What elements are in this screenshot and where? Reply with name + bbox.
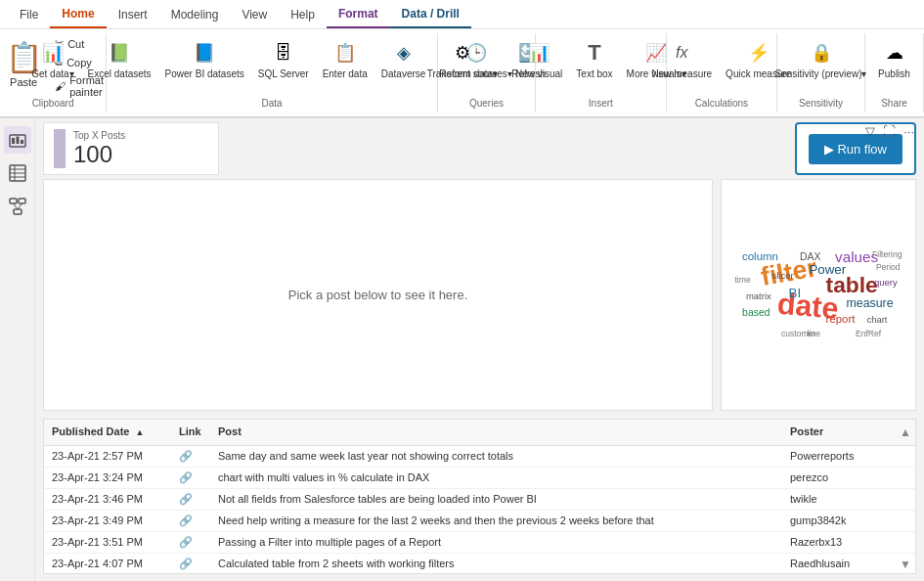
cell-link[interactable]: 🔗: [171, 514, 210, 527]
col-header-post: Post: [210, 425, 782, 439]
tab-datadrill[interactable]: Data / Drill: [390, 1, 471, 28]
word-cloud-svg: filter table date values measure Power r…: [726, 184, 911, 406]
tab-view[interactable]: View: [230, 2, 279, 27]
quick-measure-icon: ⚡: [745, 39, 772, 67]
sort-icon-date: ▲: [136, 427, 145, 437]
svg-text:time: time: [735, 275, 751, 285]
svg-rect-10: [19, 199, 25, 203]
card-swatch: [54, 129, 66, 168]
scroll-down-icon[interactable]: ▼: [900, 558, 911, 571]
sql-icon: 🗄: [270, 39, 297, 67]
text-box-button[interactable]: T Text box: [570, 35, 618, 83]
svg-text:query: query: [874, 277, 898, 288]
cell-post: Not all fields from Salesforce tables ar…: [210, 493, 782, 506]
tab-format[interactable]: Format: [327, 1, 390, 28]
visual-toolbar: ▽ ⛶ ···: [863, 122, 916, 141]
sidebar-item-report[interactable]: [4, 126, 31, 154]
get-data-button[interactable]: 📊 Get data▾: [25, 35, 79, 83]
publish-button[interactable]: ☁ Publish: [872, 35, 916, 83]
svg-line-12: [13, 203, 18, 209]
sensitivity-button[interactable]: 🔒 Sensitivity (preview)▾: [770, 35, 873, 83]
col-header-date[interactable]: Published Date ▲: [44, 425, 171, 439]
sidebar-item-data[interactable]: [4, 159, 31, 187]
table-row[interactable]: 23-Apr-21 3:49 PM 🔗 Need help writing a …: [44, 511, 915, 532]
table-row[interactable]: 23-Apr-21 3:51 PM 🔗 Passing a Filter int…: [44, 532, 915, 554]
tab-file[interactable]: File: [8, 2, 50, 27]
enter-data-icon: 📋: [331, 39, 359, 67]
cell-link[interactable]: 🔗: [171, 536, 210, 549]
top-x-card: Top X Posts 100: [43, 122, 219, 175]
sidebar-item-model[interactable]: [4, 193, 31, 220]
scroll-up-icon[interactable]: ▲: [900, 425, 911, 439]
more-options-icon[interactable]: ···: [902, 122, 916, 141]
svg-rect-3: [21, 140, 23, 144]
new-measure-button[interactable]: fx New measure: [645, 35, 718, 83]
cell-link[interactable]: 🔗: [171, 493, 210, 506]
cell-date: 23-Apr-21 3:46 PM: [44, 493, 171, 506]
scroll-col-header: ▲: [900, 425, 915, 439]
text-box-label: Text box: [576, 68, 612, 79]
tab-home[interactable]: Home: [50, 1, 106, 28]
calculations-group-label: Calculations: [667, 98, 776, 109]
svg-text:report: report: [826, 313, 857, 325]
dataverse-label: Dataverse: [381, 68, 426, 79]
text-box-icon: T: [581, 39, 608, 67]
cell-date: 23-Apr-21 2:57 PM: [44, 450, 171, 463]
table-body: 23-Apr-21 2:57 PM 🔗 Same day and same we…: [44, 446, 915, 573]
col-header-poster: Poster: [782, 425, 900, 439]
clipboard-group-label: Clipboard: [0, 98, 106, 109]
cell-link[interactable]: 🔗: [171, 471, 210, 484]
table-row[interactable]: 23-Apr-21 4:07 PM 🔗 Calculated table fro…: [44, 554, 915, 573]
enter-data-label: Enter data: [323, 68, 368, 79]
get-data-label: Get data▾: [31, 68, 73, 79]
card-value: 100: [73, 141, 125, 168]
queries-group-label: Queries: [438, 98, 535, 109]
get-data-icon: 📊: [39, 39, 66, 67]
svg-text:BI: BI: [789, 286, 802, 300]
cell-link[interactable]: 🔗: [171, 558, 210, 571]
transform-data-button[interactable]: ⚙ Transform data▾: [421, 35, 504, 83]
table-row[interactable]: 23-Apr-21 3:46 PM 🔗 Not all fields from …: [44, 489, 915, 511]
dataverse-icon: ◈: [390, 39, 418, 67]
sql-server-button[interactable]: 🗄 SQL Server: [252, 35, 315, 83]
data-table: Published Date ▲ Link Post Poster ▲: [43, 419, 916, 574]
filter-icon[interactable]: ▽: [863, 122, 877, 141]
cell-poster: twikle: [782, 493, 900, 506]
new-visual-label: New visual: [515, 68, 562, 79]
cell-poster: perezco: [782, 471, 900, 484]
transform-label: Transform data▾: [427, 68, 498, 79]
enter-data-button[interactable]: 📋 Enter data: [317, 35, 374, 83]
tab-insert[interactable]: Insert: [107, 2, 159, 27]
table-row[interactable]: 23-Apr-21 3:24 PM 🔗 chart with multi val…: [44, 468, 915, 489]
cell-post: Calculated table from 2 sheets with work…: [210, 558, 782, 571]
cell-poster: gump3842k: [782, 514, 900, 527]
tab-help[interactable]: Help: [279, 2, 327, 27]
publish-icon: ☁: [881, 39, 908, 67]
transform-icon: ⚙: [449, 39, 476, 67]
svg-text:chart: chart: [866, 314, 887, 325]
svg-text:based: based: [742, 307, 770, 318]
svg-text:Filtering: Filtering: [872, 249, 902, 259]
cell-post: chart with multi values in % calculate i…: [210, 471, 782, 484]
cell-link[interactable]: 🔗: [171, 450, 210, 463]
post-preview-area: Pick a post below to see it here.: [43, 179, 713, 411]
cell-date: 23-Apr-21 3:51 PM: [44, 536, 171, 549]
post-preview-text: Pick a post below to see it here.: [288, 288, 468, 302]
svg-text:column: column: [742, 250, 778, 262]
powerbi-label: Power BI datasets: [165, 68, 244, 79]
fit-icon[interactable]: ⛶: [881, 122, 898, 141]
new-visual-button[interactable]: 📊 New visual: [509, 35, 568, 83]
new-measure-icon: fx: [668, 39, 695, 67]
cell-post: Need help writing a measure for the last…: [210, 514, 782, 527]
sensitivity-label: Sensitivity (preview)▾: [775, 68, 867, 79]
word-cloud-visual: filter table date values measure Power r…: [721, 179, 916, 411]
sensitivity-icon: 🔒: [808, 39, 835, 67]
excel-datasets-button[interactable]: 📗 Excel datasets: [82, 35, 157, 83]
svg-rect-11: [14, 209, 22, 214]
table-row[interactable]: 23-Apr-21 2:57 PM 🔗 Same day and same we…: [44, 446, 915, 468]
svg-text:EnfRef: EnfRef: [856, 329, 882, 338]
table-header: Published Date ▲ Link Post Poster ▲: [44, 420, 915, 446]
powerbi-datasets-button[interactable]: 📘 Power BI datasets: [159, 35, 250, 83]
tab-modeling[interactable]: Modeling: [159, 2, 231, 27]
excel-label: Excel datasets: [88, 68, 152, 79]
